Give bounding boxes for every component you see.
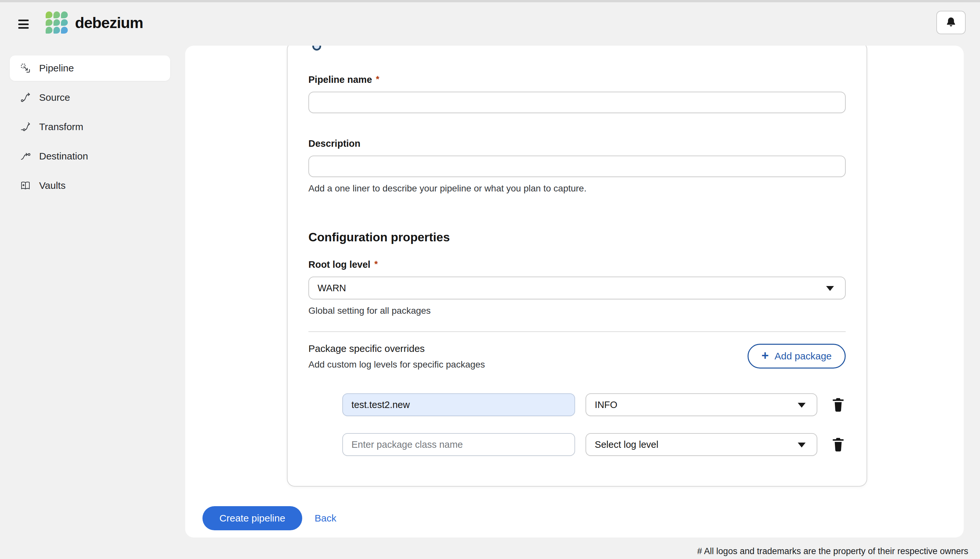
overrides-title: Package specific overrides (309, 342, 485, 355)
transform-icon (20, 122, 31, 132)
package-name-input[interactable] (342, 433, 575, 456)
sidebar-nav: Pipeline Source Transform (0, 55, 185, 202)
add-package-label: Add package (775, 351, 832, 362)
form-actions: Create pipeline Back (203, 506, 342, 530)
override-row: Select log level (342, 433, 846, 456)
required-asterisk: * (376, 74, 379, 84)
sidebar-item-label: Destination (39, 150, 88, 162)
sidebar-item-label: Source (39, 92, 70, 103)
description-label: Description (309, 138, 846, 149)
brand: debezium (46, 12, 143, 33)
source-icon (20, 92, 31, 103)
brand-name: debezium (75, 14, 143, 31)
debezium-logo-icon (46, 12, 68, 33)
window-top-edge (0, 0, 980, 2)
delete-override-button[interactable] (831, 436, 846, 453)
package-name-input[interactable] (342, 393, 575, 416)
root-log-level-label: Root log level* (309, 259, 846, 270)
description-input[interactable] (309, 155, 846, 177)
root-log-level-select[interactable]: WARN (309, 276, 846, 299)
description-helper: Add a one liner to describe your pipelin… (309, 183, 846, 194)
sidebar: Pipeline Source Transform (0, 46, 185, 559)
sidebar-item-transform[interactable]: Transform (10, 114, 170, 140)
notifications-button[interactable] (936, 11, 966, 34)
section-divider (309, 331, 846, 332)
pipeline-form-card: Pipeline name* Description Add a one lin… (287, 46, 867, 486)
sidebar-item-source[interactable]: Source (10, 85, 170, 110)
hamburger-icon[interactable] (18, 20, 29, 29)
main-content-panel: Pipeline name* Description Add a one lin… (185, 46, 964, 538)
configuration-heading: Configuration properties (309, 231, 846, 244)
bell-icon (945, 16, 957, 29)
root-log-level-helper: Global setting for all packages (309, 305, 846, 316)
pipeline-name-input[interactable] (309, 92, 846, 113)
destination-icon (20, 151, 31, 161)
scrolled-step-icon (312, 46, 321, 51)
chevron-down-icon (798, 443, 805, 447)
pipeline-name-label: Pipeline name* (309, 74, 846, 85)
delete-override-button[interactable] (831, 396, 846, 413)
create-pipeline-button[interactable]: Create pipeline (203, 506, 302, 530)
sidebar-item-label: Transform (39, 121, 84, 132)
chevron-down-icon (798, 403, 805, 408)
sidebar-item-pipeline[interactable]: Pipeline (10, 55, 170, 81)
trash-icon (831, 397, 845, 413)
override-row: INFO (342, 393, 846, 416)
vaults-icon (20, 180, 31, 191)
sidebar-item-destination[interactable]: Destination (10, 144, 170, 169)
sidebar-item-label: Pipeline (39, 63, 74, 74)
plus-icon: + (762, 349, 769, 362)
required-asterisk: * (374, 259, 378, 269)
log-level-select[interactable]: Select log level (586, 433, 817, 456)
back-link[interactable]: Back (309, 509, 342, 527)
root-log-level-value: WARN (318, 283, 346, 294)
log-level-value: Select log level (595, 439, 658, 450)
top-bar: debezium (0, 2, 980, 46)
chevron-down-icon (826, 286, 834, 291)
overrides-subtitle: Add custom log levels for specific packa… (309, 359, 485, 370)
footer-disclaimer: # All logos and trademarks are the prope… (697, 546, 968, 556)
trash-icon (831, 437, 845, 452)
log-level-select[interactable]: INFO (586, 393, 817, 416)
pipeline-icon (20, 63, 31, 73)
add-package-button[interactable]: + Add package (747, 344, 846, 369)
overrides-header: Package specific overrides Add custom lo… (309, 342, 846, 370)
override-rows: INFO Select log level (309, 393, 846, 456)
log-level-value: INFO (595, 400, 617, 410)
sidebar-item-label: Vaults (39, 180, 66, 191)
sidebar-item-vaults[interactable]: Vaults (10, 173, 170, 198)
